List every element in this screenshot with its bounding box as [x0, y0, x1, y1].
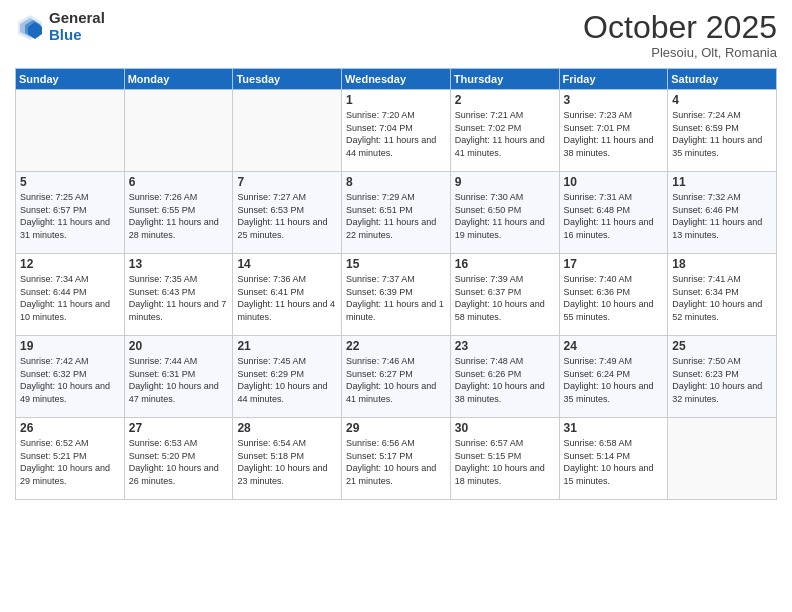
day-number: 19 [20, 339, 120, 353]
day-number: 16 [455, 257, 555, 271]
calendar-cell: 29Sunrise: 6:56 AM Sunset: 5:17 PM Dayli… [342, 418, 451, 500]
calendar-cell: 6Sunrise: 7:26 AM Sunset: 6:55 PM Daylig… [124, 172, 233, 254]
day-info: Sunrise: 7:42 AM Sunset: 6:32 PM Dayligh… [20, 355, 120, 405]
week-row-3: 12Sunrise: 7:34 AM Sunset: 6:44 PM Dayli… [16, 254, 777, 336]
calendar-cell: 12Sunrise: 7:34 AM Sunset: 6:44 PM Dayli… [16, 254, 125, 336]
logo-blue-text: Blue [49, 27, 105, 44]
day-number: 23 [455, 339, 555, 353]
calendar-cell: 4Sunrise: 7:24 AM Sunset: 6:59 PM Daylig… [668, 90, 777, 172]
day-info: Sunrise: 7:26 AM Sunset: 6:55 PM Dayligh… [129, 191, 229, 241]
calendar-cell: 13Sunrise: 7:35 AM Sunset: 6:43 PM Dayli… [124, 254, 233, 336]
calendar-cell: 8Sunrise: 7:29 AM Sunset: 6:51 PM Daylig… [342, 172, 451, 254]
header-wednesday: Wednesday [342, 69, 451, 90]
day-number: 7 [237, 175, 337, 189]
day-info: Sunrise: 7:45 AM Sunset: 6:29 PM Dayligh… [237, 355, 337, 405]
day-info: Sunrise: 7:25 AM Sunset: 6:57 PM Dayligh… [20, 191, 120, 241]
calendar-body: 1Sunrise: 7:20 AM Sunset: 7:04 PM Daylig… [16, 90, 777, 500]
day-info: Sunrise: 6:52 AM Sunset: 5:21 PM Dayligh… [20, 437, 120, 487]
week-row-4: 19Sunrise: 7:42 AM Sunset: 6:32 PM Dayli… [16, 336, 777, 418]
calendar-cell: 1Sunrise: 7:20 AM Sunset: 7:04 PM Daylig… [342, 90, 451, 172]
day-number: 29 [346, 421, 446, 435]
calendar-cell: 18Sunrise: 7:41 AM Sunset: 6:34 PM Dayli… [668, 254, 777, 336]
day-number: 2 [455, 93, 555, 107]
calendar-cell: 20Sunrise: 7:44 AM Sunset: 6:31 PM Dayli… [124, 336, 233, 418]
calendar-cell: 23Sunrise: 7:48 AM Sunset: 6:26 PM Dayli… [450, 336, 559, 418]
day-info: Sunrise: 7:40 AM Sunset: 6:36 PM Dayligh… [564, 273, 664, 323]
day-number: 20 [129, 339, 229, 353]
logo-icon [15, 12, 45, 42]
calendar-cell: 24Sunrise: 7:49 AM Sunset: 6:24 PM Dayli… [559, 336, 668, 418]
day-info: Sunrise: 7:21 AM Sunset: 7:02 PM Dayligh… [455, 109, 555, 159]
day-info: Sunrise: 7:48 AM Sunset: 6:26 PM Dayligh… [455, 355, 555, 405]
header: General Blue October 2025 Plesoiu, Olt, … [15, 10, 777, 60]
day-info: Sunrise: 6:56 AM Sunset: 5:17 PM Dayligh… [346, 437, 446, 487]
logo-general-text: General [49, 10, 105, 27]
calendar-cell: 28Sunrise: 6:54 AM Sunset: 5:18 PM Dayli… [233, 418, 342, 500]
day-number: 11 [672, 175, 772, 189]
day-number: 3 [564, 93, 664, 107]
calendar-cell: 3Sunrise: 7:23 AM Sunset: 7:01 PM Daylig… [559, 90, 668, 172]
day-number: 24 [564, 339, 664, 353]
day-number: 17 [564, 257, 664, 271]
day-info: Sunrise: 7:36 AM Sunset: 6:41 PM Dayligh… [237, 273, 337, 323]
day-info: Sunrise: 7:39 AM Sunset: 6:37 PM Dayligh… [455, 273, 555, 323]
calendar-cell: 9Sunrise: 7:30 AM Sunset: 6:50 PM Daylig… [450, 172, 559, 254]
calendar-cell: 11Sunrise: 7:32 AM Sunset: 6:46 PM Dayli… [668, 172, 777, 254]
calendar-cell: 31Sunrise: 6:58 AM Sunset: 5:14 PM Dayli… [559, 418, 668, 500]
day-info: Sunrise: 7:31 AM Sunset: 6:48 PM Dayligh… [564, 191, 664, 241]
week-row-2: 5Sunrise: 7:25 AM Sunset: 6:57 PM Daylig… [16, 172, 777, 254]
calendar-cell: 22Sunrise: 7:46 AM Sunset: 6:27 PM Dayli… [342, 336, 451, 418]
day-number: 25 [672, 339, 772, 353]
calendar-cell: 19Sunrise: 7:42 AM Sunset: 6:32 PM Dayli… [16, 336, 125, 418]
header-friday: Friday [559, 69, 668, 90]
header-saturday: Saturday [668, 69, 777, 90]
logo: General Blue [15, 10, 105, 43]
day-info: Sunrise: 7:32 AM Sunset: 6:46 PM Dayligh… [672, 191, 772, 241]
calendar-cell: 21Sunrise: 7:45 AM Sunset: 6:29 PM Dayli… [233, 336, 342, 418]
calendar-cell: 15Sunrise: 7:37 AM Sunset: 6:39 PM Dayli… [342, 254, 451, 336]
day-info: Sunrise: 7:46 AM Sunset: 6:27 PM Dayligh… [346, 355, 446, 405]
calendar-cell [16, 90, 125, 172]
calendar-cell: 16Sunrise: 7:39 AM Sunset: 6:37 PM Dayli… [450, 254, 559, 336]
location-subtitle: Plesoiu, Olt, Romania [583, 45, 777, 60]
day-info: Sunrise: 7:20 AM Sunset: 7:04 PM Dayligh… [346, 109, 446, 159]
day-info: Sunrise: 7:29 AM Sunset: 6:51 PM Dayligh… [346, 191, 446, 241]
logo-text: General Blue [49, 10, 105, 43]
weekday-header-row: Sunday Monday Tuesday Wednesday Thursday… [16, 69, 777, 90]
header-monday: Monday [124, 69, 233, 90]
day-number: 6 [129, 175, 229, 189]
week-row-1: 1Sunrise: 7:20 AM Sunset: 7:04 PM Daylig… [16, 90, 777, 172]
month-title: October 2025 [583, 10, 777, 45]
day-number: 14 [237, 257, 337, 271]
day-number: 9 [455, 175, 555, 189]
header-sunday: Sunday [16, 69, 125, 90]
day-number: 28 [237, 421, 337, 435]
day-number: 18 [672, 257, 772, 271]
day-info: Sunrise: 7:24 AM Sunset: 6:59 PM Dayligh… [672, 109, 772, 159]
calendar-cell: 26Sunrise: 6:52 AM Sunset: 5:21 PM Dayli… [16, 418, 125, 500]
day-info: Sunrise: 6:54 AM Sunset: 5:18 PM Dayligh… [237, 437, 337, 487]
day-info: Sunrise: 7:44 AM Sunset: 6:31 PM Dayligh… [129, 355, 229, 405]
calendar-cell: 30Sunrise: 6:57 AM Sunset: 5:15 PM Dayli… [450, 418, 559, 500]
day-number: 5 [20, 175, 120, 189]
day-number: 31 [564, 421, 664, 435]
day-number: 26 [20, 421, 120, 435]
day-number: 13 [129, 257, 229, 271]
header-thursday: Thursday [450, 69, 559, 90]
week-row-5: 26Sunrise: 6:52 AM Sunset: 5:21 PM Dayli… [16, 418, 777, 500]
calendar-cell [233, 90, 342, 172]
calendar-table: Sunday Monday Tuesday Wednesday Thursday… [15, 68, 777, 500]
day-number: 12 [20, 257, 120, 271]
day-info: Sunrise: 7:27 AM Sunset: 6:53 PM Dayligh… [237, 191, 337, 241]
day-number: 30 [455, 421, 555, 435]
calendar-cell: 7Sunrise: 7:27 AM Sunset: 6:53 PM Daylig… [233, 172, 342, 254]
calendar-cell: 17Sunrise: 7:40 AM Sunset: 6:36 PM Dayli… [559, 254, 668, 336]
day-number: 4 [672, 93, 772, 107]
day-info: Sunrise: 7:30 AM Sunset: 6:50 PM Dayligh… [455, 191, 555, 241]
day-info: Sunrise: 7:23 AM Sunset: 7:01 PM Dayligh… [564, 109, 664, 159]
day-info: Sunrise: 7:37 AM Sunset: 6:39 PM Dayligh… [346, 273, 446, 323]
day-info: Sunrise: 6:53 AM Sunset: 5:20 PM Dayligh… [129, 437, 229, 487]
day-info: Sunrise: 7:49 AM Sunset: 6:24 PM Dayligh… [564, 355, 664, 405]
day-number: 22 [346, 339, 446, 353]
day-number: 1 [346, 93, 446, 107]
